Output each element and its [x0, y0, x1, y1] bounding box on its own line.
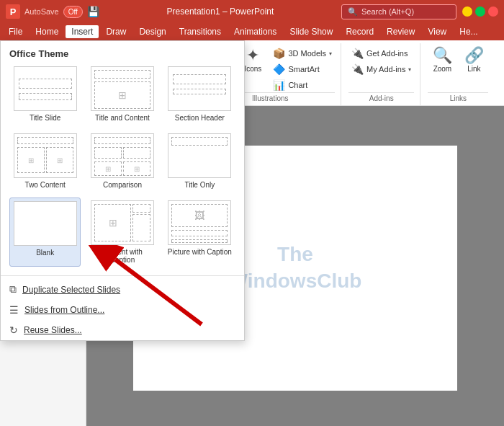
comp-content: ⊞ ⊞ — [94, 161, 150, 176]
duplicate-icon: ⧉ — [9, 283, 17, 296]
pc-cap — [171, 230, 228, 236]
maximize-button[interactable] — [475, 6, 485, 17]
layout-picture-caption[interactable]: 🖼 Picture with Caption — [164, 198, 235, 267]
menu-animations[interactable]: Animations — [228, 25, 282, 38]
menu-bar: File Home Insert Draw Design Transitions… — [0, 23, 504, 40]
watermark-windowsclub: WindowsClub — [229, 270, 362, 292]
tc-content: ⊞ — [94, 81, 150, 109]
outline-icon: ☰ — [9, 304, 19, 316]
autosave-toggle[interactable]: Off — [63, 6, 83, 18]
cc-side — [132, 204, 150, 241]
tc-title — [94, 70, 150, 79]
zoom-button[interactable]: 🔍 Zoom — [428, 46, 456, 74]
watermark-text: TheWindowsClub — [229, 241, 362, 294]
my-add-ins-button[interactable]: 🔌 My Add-ins ▾ — [348, 62, 414, 76]
menu-review[interactable]: Review — [381, 25, 420, 38]
twoc-title — [17, 137, 73, 144]
title-bar-left: P AutoSave Off 💾 — [6, 4, 99, 19]
ribbon-group-links: 🔍 Zoom 🔗 Link Links — [422, 43, 494, 105]
comp-c1: ⊞ — [94, 161, 122, 176]
app-logo: P — [6, 4, 20, 19]
section-header-label: Section Header — [175, 114, 225, 122]
autosave-state: Off — [68, 8, 78, 16]
minimize-button[interactable] — [462, 6, 472, 17]
3d-models-button[interactable]: 📦 3D Models ▾ — [270, 46, 335, 61]
new-slide-dropdown: Office Theme Title Slide ⊞ Title and Con… — [0, 40, 245, 341]
layout-title-content[interactable]: ⊞ Title and Content — [86, 63, 158, 125]
link-button[interactable]: 🔗 Link — [459, 46, 488, 74]
slides-from-outline-item[interactable]: ☰ Slides from Outline... — [1, 300, 244, 320]
pc-icon: 🖼 — [194, 210, 204, 221]
smartart-icon: 🔷 — [273, 63, 285, 75]
icons-label: Icons — [244, 65, 261, 73]
ribbon-group-add-ins: 🔌 Get Add-ins 🔌 My Add-ins ▾ Add-ins — [343, 43, 420, 105]
3d-models-icon: 📦 — [273, 48, 285, 59]
layout-comparison[interactable]: ⊞ ⊞ Comparison — [86, 130, 158, 192]
menu-home[interactable]: Home — [30, 25, 64, 38]
menu-record[interactable]: Record — [340, 25, 379, 38]
layout-title-slide[interactable]: Title Slide — [9, 63, 81, 125]
search-box[interactable]: 🔍 Search (Alt+Q) — [341, 4, 456, 19]
comp-icon2: ⊞ — [134, 165, 140, 173]
menu-design[interactable]: Design — [133, 25, 171, 38]
office-theme-header: Office Theme — [1, 41, 244, 63]
twoc-col1: ⊞ — [17, 147, 45, 173]
window-controls — [462, 6, 498, 17]
dropdown-divider — [1, 275, 244, 276]
twoc-col2: ⊞ — [46, 147, 73, 173]
my-add-ins-icon: 🔌 — [351, 63, 364, 75]
link-label: Link — [467, 65, 480, 73]
picture-caption-thumb: 🖼 — [168, 200, 231, 245]
blank-thumb — [14, 201, 77, 246]
menu-slideshow[interactable]: Slide Show — [284, 25, 338, 38]
menu-view[interactable]: View — [422, 25, 452, 38]
save-icon[interactable]: 💾 — [87, 6, 99, 17]
title-slide-thumb — [14, 66, 77, 111]
search-placeholder: Search (Alt+Q) — [361, 7, 414, 16]
pc-pic: 🖼 — [171, 204, 228, 227]
zoom-icon: 🔍 — [433, 48, 452, 63]
reuse-slides-item[interactable]: ↻ Reuse Slides... — [1, 320, 244, 340]
get-add-ins-button[interactable]: 🔌 Get Add-ins — [348, 46, 414, 61]
add-ins-buttons: 🔌 Get Add-ins 🔌 My Add-ins ▾ — [348, 46, 414, 76]
cc-side-t — [132, 204, 150, 213]
close-button[interactable] — [488, 6, 498, 17]
icons-icon: ✦ — [246, 48, 259, 63]
menu-file[interactable]: File — [3, 25, 28, 38]
layout-blank[interactable]: Blank — [9, 198, 81, 267]
layout-grid: Title Slide ⊞ Title and Content Section … — [1, 63, 244, 272]
autosave-label: AutoSave — [24, 7, 59, 16]
cc-main: ⊞ — [94, 204, 131, 241]
cc-side-b — [132, 214, 150, 241]
comp-title — [94, 137, 150, 144]
comp-h2 — [123, 147, 150, 159]
two-content-label: Two Content — [25, 181, 66, 189]
get-add-ins-icon: 🔌 — [351, 48, 364, 59]
smartart-label: SmartArt — [288, 65, 319, 74]
duplicate-slides-item[interactable]: ⧉ Duplicate Selected Slides — [1, 279, 244, 300]
layout-title-only[interactable]: Title Only — [164, 130, 235, 192]
layout-two-content[interactable]: ⊞ ⊞ Two Content — [9, 130, 81, 192]
menu-transitions[interactable]: Transitions — [174, 25, 227, 38]
title-only-label: Title Only — [184, 181, 215, 189]
sh-line2 — [173, 89, 226, 94]
menu-help[interactable]: He... — [454, 25, 483, 38]
tc-content-icon: ⊞ — [118, 89, 127, 101]
content-caption-thumb: ⊞ — [91, 200, 154, 245]
to-title — [171, 137, 228, 146]
menu-draw[interactable]: Draw — [100, 25, 132, 38]
my-add-ins-label: My Add-ins — [366, 65, 405, 74]
menu-insert[interactable]: Insert — [66, 25, 99, 38]
my-add-ins-arrow: ▾ — [408, 66, 411, 73]
title-content-thumb: ⊞ — [91, 66, 154, 111]
chart-label: Chart — [288, 81, 307, 89]
sh-line1 — [173, 74, 226, 84]
layout-content-caption[interactable]: ⊞ Content with Caption — [86, 198, 158, 267]
window-title: Presentation1 – PowerPoint — [99, 6, 341, 17]
smartart-button[interactable]: 🔷 SmartArt — [270, 62, 335, 76]
title-thumb-line2 — [19, 93, 72, 100]
duplicate-label: Duplicate Selected Slides — [22, 285, 120, 295]
layout-section-header[interactable]: Section Header — [164, 63, 235, 125]
chart-button[interactable]: 📊 Chart — [270, 78, 335, 92]
links-group-content: 🔍 Zoom 🔗 Link — [428, 43, 488, 92]
